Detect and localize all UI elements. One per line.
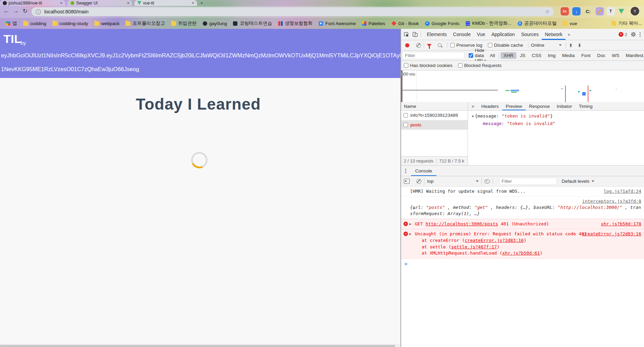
type-filter[interactable]: Manifest (623, 52, 644, 59)
search-network-icon[interactable] (438, 43, 442, 47)
preview-root-line[interactable]: ▼{message: "token is invalid"} (472, 113, 644, 119)
live-expression-eye-icon[interactable] (484, 179, 490, 183)
tab-close-icon[interactable]: × (127, 1, 129, 5)
disable-cache-input[interactable] (488, 43, 492, 47)
network-timeline-overview[interactable]: 100 ms 200 ms 300 ms 400 ms 500 ms 600 m… (401, 70, 644, 102)
vue-devtools-extension-icon[interactable] (617, 7, 625, 15)
blocked-requests-input[interactable] (458, 63, 462, 68)
type-filter[interactable]: XHR (501, 52, 517, 59)
has-blocked-cookies-input[interactable] (404, 63, 408, 68)
console-drawer-tab[interactable]: Console (411, 166, 436, 176)
browser-tab-active[interactable]: vue-til × (134, 0, 197, 6)
bookmark-item[interactable]: 생명보험협회 (278, 20, 313, 26)
import-har-icon[interactable]: ⬆ (569, 43, 573, 48)
close-detail-icon[interactable]: × (468, 103, 478, 109)
console-log-row[interactable]: interceptors.js?a3fd:8 ▶ {url: "posts" ,… (401, 197, 644, 219)
colorzilla-extension-icon[interactable]: C: (584, 7, 592, 15)
bookmark-item[interactable]: KMDb - 한국영화... (466, 20, 512, 26)
hide-data-urls-input[interactable] (469, 53, 473, 58)
stack-link[interactable]: createError.js?2d83:16 (465, 238, 524, 243)
type-filter[interactable]: JS (517, 52, 528, 59)
console-filter-input[interactable] (499, 178, 557, 185)
pen-extension-icon[interactable] (596, 7, 604, 15)
new-tab-button[interactable]: + (200, 0, 203, 5)
object-preview[interactable]: ▶ {url: "posts" , method: "get" (410, 204, 641, 217)
devtools-tab[interactable]: Application (488, 29, 518, 40)
bookmark-item[interactable]: 공공데이터포털 (518, 20, 557, 26)
stack-link[interactable]: settle.js?467f:17 (451, 244, 497, 249)
bookmark-item[interactable]: 앱 (6, 20, 17, 26)
bookmark-star-icon[interactable]: ☆ (545, 9, 550, 15)
console-error-row[interactable]: × ▶ GET http://localhost:3000/posts 401 … (401, 219, 644, 229)
error-url-link[interactable]: http://localhost:3000/posts (425, 221, 498, 226)
name-column-header[interactable]: Name (401, 102, 468, 110)
detail-tab[interactable]: Response (526, 102, 553, 110)
download-extension-icon[interactable]: ↓ (572, 7, 581, 15)
type-filter[interactable]: WS (609, 52, 622, 59)
type-filter[interactable]: Font (578, 52, 594, 59)
console-error-row[interactable]: × ▶ Uncaught (in promise) Error: Request… (401, 229, 644, 259)
throttling-select[interactable]: Online (531, 43, 545, 48)
console-log-row[interactable]: [HMR] Waiting for update signal from WDS… (401, 187, 644, 197)
horizontal-scrollbar[interactable] (0, 344, 400, 347)
execution-context-select[interactable]: top (427, 179, 479, 184)
record-network-log-icon[interactable] (405, 43, 409, 47)
console-prompt[interactable]: > (401, 259, 644, 267)
devtools-tab[interactable]: Network (542, 29, 565, 40)
bookmark-item[interactable]: gay0ung (203, 21, 227, 26)
bookmark-item[interactable]: 취업관련 (171, 20, 197, 26)
console-sidebar-icon[interactable] (404, 179, 410, 184)
type-filter[interactable]: Doc (594, 52, 608, 59)
other-bookmarks-button[interactable]: 기타 북마... (611, 20, 642, 26)
request-row-checkbox[interactable] (403, 123, 408, 127)
type-filter[interactable]: Media (559, 52, 578, 59)
source-link[interactable]: log.js?1afd:24 (604, 188, 641, 194)
log-levels-select[interactable]: Default levels (562, 179, 594, 184)
network-filter-input[interactable] (402, 52, 465, 59)
source-link[interactable]: interceptors.js?a3fd:8 (582, 198, 641, 204)
devtools-tab[interactable]: Console (450, 29, 473, 40)
tampermonkey-extension-icon[interactable]: T (607, 7, 615, 15)
type-filter[interactable]: Img (545, 52, 559, 59)
tab-close-icon[interactable]: × (192, 1, 194, 5)
profile-avatar[interactable]: Y (631, 7, 639, 15)
tab-close-icon[interactable]: × (60, 1, 62, 5)
back-button[interactable]: ← (3, 8, 9, 14)
app-logo[interactable]: TIL (3, 32, 21, 46)
expand-arrow-icon[interactable]: ▼ (472, 114, 474, 118)
bookmark-item[interactable]: webpack (94, 21, 119, 26)
preserve-log-input[interactable] (450, 43, 455, 47)
preserve-log-checkbox[interactable]: Preserve log (450, 43, 482, 48)
expand-arrow-icon[interactable]: ▶ (409, 231, 411, 237)
bookmark-item[interactable]: codding-study (52, 21, 88, 26)
request-row-checkbox[interactable] (403, 113, 408, 117)
bookmark-item[interactable]: Palettes (362, 21, 385, 26)
type-filter[interactable]: CSS (529, 52, 545, 59)
bookmark-item[interactable]: Google Fonts (425, 21, 459, 26)
detail-tab[interactable]: Headers (478, 102, 502, 110)
browser-tab[interactable]: Swagger UI × (68, 0, 132, 6)
clear-console-icon[interactable] (417, 179, 421, 184)
export-har-icon[interactable]: ⬇ (577, 43, 582, 48)
devtools-tab[interactable]: Sources (518, 29, 542, 40)
bookmark-item[interactable]: 포트폴리오참고 (126, 20, 165, 26)
devtools-tab[interactable]: Vue (474, 29, 488, 40)
throttling-caret-icon[interactable] (559, 44, 562, 46)
blocked-requests-checkbox[interactable]: Blocked Requests (458, 63, 502, 68)
bookmark-item[interactable]: codding (23, 21, 46, 26)
bookmark-item[interactable]: 코팅테스트연습 (233, 20, 272, 26)
bookmark-item[interactable]: Font Awesome (319, 21, 356, 26)
extension-icon[interactable]: Ex (561, 7, 569, 15)
filter-funnel-icon[interactable] (427, 44, 432, 47)
settings-gear-icon[interactable] (631, 32, 636, 37)
browser-tab[interactable]: joshua1988/vue-til × (0, 0, 65, 6)
clear-network-log-icon[interactable] (416, 43, 421, 48)
address-bar[interactable]: i localhost:8080/main ☆ (32, 7, 554, 16)
more-tabs-icon[interactable]: » (565, 32, 572, 37)
devtools-tab[interactable]: Elements (424, 29, 450, 40)
detail-tab[interactable]: Initiator (553, 102, 575, 110)
url-text[interactable]: localhost:8080/main (44, 9, 545, 14)
bookmark-item[interactable]: vue (563, 21, 577, 26)
device-toolbar-icon[interactable] (412, 32, 418, 37)
disable-cache-checkbox[interactable]: Disable cache (488, 43, 523, 48)
